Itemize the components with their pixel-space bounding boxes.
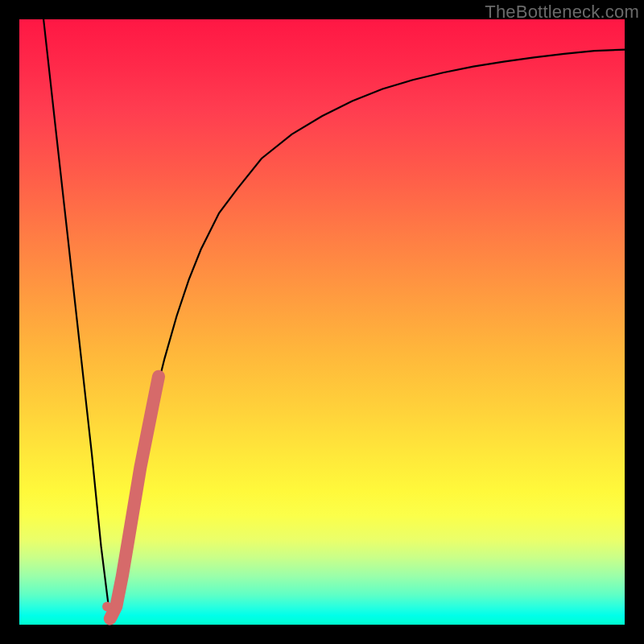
min-marker-1 <box>102 601 112 611</box>
plot-area <box>19 19 625 625</box>
watermark-text: TheBottleneck.com <box>485 2 639 23</box>
min-marker-2 <box>105 613 115 623</box>
chart-svg <box>19 19 625 625</box>
chart-frame: TheBottleneck.com <box>0 0 644 644</box>
highlight-segment <box>110 377 159 619</box>
